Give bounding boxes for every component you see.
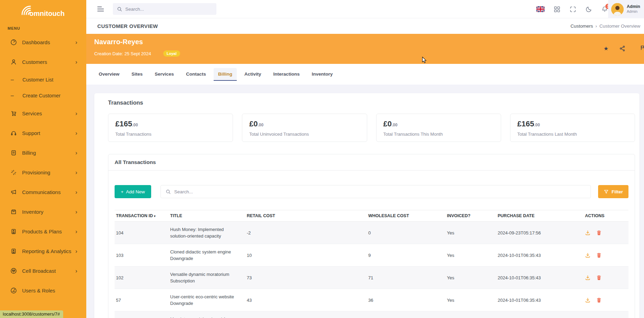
sidebar-item-support[interactable]: Support ›	[0, 123, 86, 143]
chevron-right-icon: ›	[75, 170, 77, 175]
stat-card-this-month: £0.00 Total Transactions This Month	[376, 114, 501, 142]
sidebar-item-users-roles[interactable]: Users & Roles	[0, 281, 86, 300]
notifications-button[interactable]: 3	[601, 6, 608, 13]
breadcrumb-section[interactable]: Customers	[570, 23, 593, 29]
stat-card-total: £165.00 Total Transactions	[108, 114, 233, 142]
trash-icon	[596, 252, 602, 258]
download-button[interactable]	[585, 275, 591, 280]
flag-button[interactable]	[640, 45, 644, 52]
hamburger-menu-icon[interactable]	[97, 7, 104, 11]
sidebar-item-products-plans[interactable]: Products & Plans ›	[0, 222, 86, 241]
cell-retail-cost: 43	[245, 289, 367, 311]
column-header-actions: ACTIONS	[584, 210, 628, 222]
trash-icon	[596, 275, 602, 280]
add-new-label: Add New	[126, 189, 145, 194]
cell-invoiced: Yes	[446, 289, 496, 311]
global-search-input[interactable]	[125, 7, 208, 12]
cell-transaction-id: 102	[115, 267, 169, 289]
language-flag-button[interactable]	[536, 6, 545, 12]
cell-transaction-id: 57	[115, 289, 169, 311]
tab-interactions[interactable]: Interactions	[269, 68, 304, 81]
dark-mode-button[interactable]	[585, 6, 592, 13]
sidebar-item-label: Provisioning	[22, 170, 75, 175]
sidebar-subitem-label: Customer List	[22, 77, 53, 83]
fullscreen-button[interactable]	[569, 6, 576, 13]
chevron-right-icon: ›	[75, 59, 77, 65]
download-button[interactable]	[585, 252, 591, 258]
logo-text: omnitouch	[29, 10, 65, 17]
sidebar-item-billing[interactable]: Billing ›	[0, 143, 86, 163]
app-logo[interactable]: omnitouch	[0, 0, 86, 18]
column-header-purchase-date: PURCHASE DATE	[496, 210, 584, 222]
tab-inventory[interactable]: Inventory	[307, 68, 337, 81]
search-icon	[117, 7, 122, 12]
download-icon	[585, 297, 591, 303]
headset-icon	[10, 130, 17, 136]
column-header-transaction-id[interactable]: TRANSACTION ID▾	[115, 210, 169, 222]
avatar	[611, 3, 624, 16]
sidebar-item-dashboards[interactable]: Dashboards ›	[0, 32, 86, 52]
tab-activity[interactable]: Activity	[240, 68, 266, 81]
search-icon	[166, 189, 171, 194]
filter-button[interactable]: Filter	[598, 185, 628, 198]
sidebar-item-label: Support	[22, 130, 75, 136]
user-icon	[10, 59, 17, 65]
fullscreen-icon	[569, 6, 576, 13]
table-row: 103 Cloned didactic system engine Downgr…	[115, 244, 628, 267]
tab-contacts[interactable]: Contacts	[182, 68, 211, 81]
invoice-icon	[10, 150, 17, 156]
delete-button[interactable]	[596, 252, 602, 258]
sidebar-item-services[interactable]: Services ›	[0, 104, 86, 123]
chevron-right-icon: ›	[75, 110, 77, 116]
sidebar-item-customer-list[interactable]: – Customer List	[0, 72, 86, 88]
delete-button[interactable]	[596, 297, 602, 303]
stat-label: Total Transactions This Month	[383, 132, 494, 137]
cell-transaction-id: 56	[115, 311, 169, 318]
dash-icon: –	[11, 93, 17, 99]
filter-funnel-icon	[604, 189, 609, 194]
cell-purchase-date: 2024-09-23T05:17:56	[496, 222, 584, 244]
sidebar-item-reporting-analytics[interactable]: Reporting & Analytics ›	[0, 241, 86, 261]
transaction-stats-row: £165.00 Total Transactions £0.00 Total U…	[108, 114, 635, 142]
user-name: Admin	[627, 4, 640, 10]
favorite-star-icon[interactable]: ★	[604, 45, 608, 52]
sidebar-item-communications[interactable]: Communications ›	[0, 182, 86, 202]
table-search-input[interactable]	[174, 189, 553, 194]
stat-card-last-month: £165.00 Total Transactions Last Month	[510, 114, 635, 142]
tab-services[interactable]: Services	[150, 68, 178, 81]
page-header-row: CUSTOMER OVERVIEW Customers›Customer Ove…	[86, 19, 644, 34]
add-new-button[interactable]: + Add New	[115, 185, 151, 198]
tab-overview[interactable]: Overview	[94, 68, 124, 81]
transactions-table: TRANSACTION ID▾ TITLE RETAIL COST WHOLES…	[115, 210, 628, 318]
table-toolbar: + Add New Filter	[108, 171, 635, 198]
cell-title: Versatile dynamic moratorium Subscriptio…	[169, 267, 245, 289]
sidebar-item-label: Products & Plans	[22, 229, 75, 234]
customer-banner: Navarro-Reyes Creation Date: 25 Sept 202…	[86, 34, 644, 64]
sidebar-subitem-label: Create Customer	[22, 93, 60, 98]
delete-button[interactable]	[596, 275, 602, 280]
status-badge: Loyal	[163, 50, 180, 57]
page-title: CUSTOMER OVERVIEW	[97, 23, 158, 29]
broadcast-icon	[10, 268, 17, 274]
download-button[interactable]	[585, 230, 591, 235]
sidebar-item-cell-broadcast[interactable]: Cell Broadcast ›	[0, 261, 86, 281]
sidebar-item-customers[interactable]: Customers ›	[0, 52, 86, 72]
table-header-row: TRANSACTION ID▾ TITLE RETAIL COST WHOLES…	[115, 210, 628, 222]
chevron-right-icon: ›	[75, 268, 77, 274]
tab-sites[interactable]: Sites	[127, 68, 147, 81]
apps-grid-button[interactable]	[554, 6, 560, 13]
user-menu[interactable]: Admin Admin	[608, 0, 644, 18]
sidebar-item-create-customer[interactable]: – Create Customer	[0, 88, 86, 104]
cell-purchase-date: 2024-10-01T06:35:43	[496, 244, 584, 267]
sidebar-item-provisioning[interactable]: Provisioning ›	[0, 163, 86, 182]
cell-retail-cost: 10	[245, 244, 367, 267]
menu-section-label: MENU	[8, 26, 86, 30]
sidebar-item-inventory[interactable]: Inventory ›	[0, 202, 86, 222]
share-button[interactable]	[619, 46, 625, 51]
omnitouch-logo-icon: omnitouch	[21, 5, 73, 18]
tab-billing[interactable]: Billing	[214, 68, 237, 81]
chevron-right-icon: ›	[75, 189, 77, 195]
delete-button[interactable]	[596, 230, 602, 235]
download-button[interactable]	[585, 297, 591, 303]
table-row: 102 Versatile dynamic moratorium Subscri…	[115, 267, 628, 289]
